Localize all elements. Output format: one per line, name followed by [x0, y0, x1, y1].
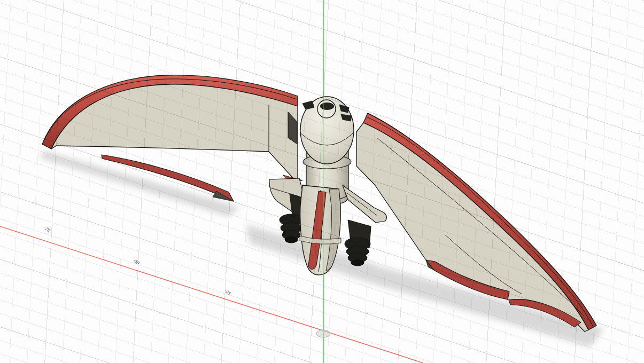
left-wing[interactable]: [42, 75, 298, 201]
model-3d[interactable]: [42, 75, 596, 332]
right-fin-crease: [347, 193, 377, 216]
right-fin-assembly[interactable]: [343, 185, 386, 266]
hatch-opening: [320, 102, 334, 110]
model-layer: [0, 0, 644, 363]
cad-viewport[interactable]: -75 -50 -25: [0, 0, 644, 363]
left-fin-assembly[interactable]: [269, 175, 303, 243]
